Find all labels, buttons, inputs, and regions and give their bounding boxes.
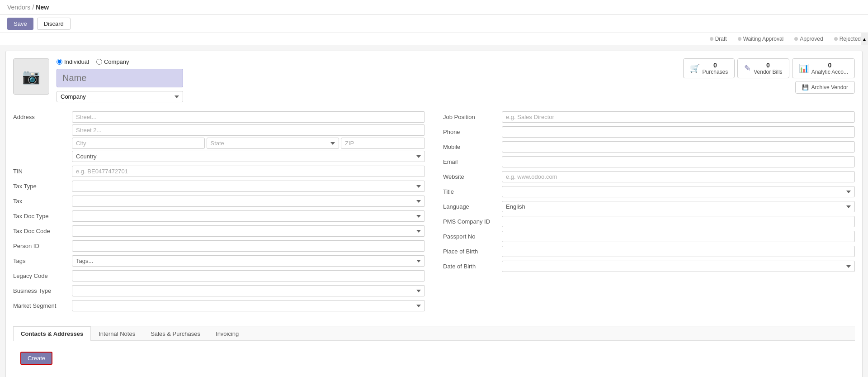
avatar[interactable]: 📷 bbox=[13, 58, 49, 95]
archive-icon: 💾 bbox=[802, 84, 809, 91]
country-select[interactable]: Country bbox=[72, 151, 425, 162]
tab-internal-notes[interactable]: Internal Notes bbox=[91, 326, 143, 341]
right-field-group-date_of_birth: Date of Birth bbox=[443, 261, 855, 272]
left-field-input-person_id[interactable] bbox=[72, 240, 425, 252]
radio-individual[interactable]: Individual bbox=[57, 58, 89, 65]
right-field-input-place_of_birth[interactable] bbox=[502, 246, 855, 257]
city-input[interactable] bbox=[72, 138, 205, 149]
radio-individual-label: Individual bbox=[64, 58, 89, 65]
left-field-group-tags: TagsTags... bbox=[13, 255, 425, 267]
address-group: Address State Country bbox=[13, 111, 425, 162]
right-field-group-passport_no: Passport No bbox=[443, 231, 855, 242]
name-input[interactable] bbox=[57, 69, 183, 87]
left-field-label-tags: Tags bbox=[13, 255, 72, 264]
right-fields-container: Job PositionPhoneMobileEmailWebsiteTitle… bbox=[443, 111, 855, 276]
analytic-icon: 📊 bbox=[799, 63, 809, 73]
tab-sales-purchases[interactable]: Sales & Purchases bbox=[143, 326, 208, 341]
radio-company[interactable]: Company bbox=[96, 58, 129, 65]
status-bar: Draft Waiting Approval Approved Rejected… bbox=[0, 33, 868, 45]
status-draft[interactable]: Draft bbox=[710, 36, 727, 42]
right-field-group-title: Title bbox=[443, 186, 855, 197]
left-field-input-tax_doc_type[interactable] bbox=[72, 210, 425, 222]
state-select[interactable]: State bbox=[207, 138, 340, 149]
purchases-info: 0 Purchases bbox=[703, 62, 728, 75]
left-field-label-person_id: Person ID bbox=[13, 240, 72, 249]
right-field-label-phone: Phone bbox=[443, 126, 502, 135]
type-radio-group: Individual Company bbox=[57, 58, 183, 65]
address-inputs: State Country bbox=[72, 111, 425, 162]
left-field-label-tax_doc_code: Tax Doc Code bbox=[13, 225, 72, 234]
save-button[interactable]: Save bbox=[7, 18, 33, 30]
vendor-bills-button[interactable]: ✎ 0 Vendor Bills bbox=[737, 58, 789, 78]
zip-input[interactable] bbox=[341, 138, 425, 149]
breadcrumb-current: New bbox=[36, 4, 49, 11]
left-field-input-market_segment[interactable] bbox=[72, 300, 425, 311]
left-field-label-tax: Tax bbox=[13, 196, 72, 205]
right-field-group-website: Website bbox=[443, 171, 855, 182]
left-field-input-tax_type[interactable] bbox=[72, 181, 425, 192]
breadcrumb-parent[interactable]: Vendors bbox=[7, 4, 30, 11]
status-dot-draft bbox=[710, 37, 713, 41]
right-field-input-passport_no[interactable] bbox=[502, 231, 855, 242]
right-field-label-job_position: Job Position bbox=[443, 111, 502, 120]
tab-invoicing[interactable]: Invoicing bbox=[208, 326, 246, 341]
left-field-label-business_type: Business Type bbox=[13, 285, 72, 294]
left-field-label-tax_type: Tax Type bbox=[13, 181, 72, 190]
right-field-label-passport_no: Passport No bbox=[443, 231, 502, 240]
archive-label: Archive Vendor bbox=[811, 84, 848, 91]
left-field-input-tax[interactable] bbox=[72, 196, 425, 207]
company-select[interactable]: Company bbox=[57, 91, 183, 102]
status-waiting[interactable]: Waiting Approval bbox=[738, 36, 784, 42]
left-field-group-tax_doc_type: Tax Doc Type bbox=[13, 210, 425, 222]
right-field-input-date_of_birth[interactable] bbox=[502, 261, 855, 272]
left-field-label-tin: TIN bbox=[13, 166, 72, 175]
tab-contacts-addresses[interactable]: Contacts & Addresses bbox=[13, 326, 91, 341]
analytic-label: Analytic Acco... bbox=[811, 69, 848, 75]
tab-content: Create bbox=[13, 341, 855, 376]
right-field-input-website[interactable] bbox=[502, 171, 855, 182]
status-scroll-button[interactable]: ▲ bbox=[861, 33, 868, 45]
status-rejected[interactable]: Rejected bbox=[834, 36, 861, 42]
purchases-button[interactable]: 🛒 0 Purchases bbox=[683, 58, 735, 78]
left-fields-container: TINTax TypeTaxTax Doc TypeTax Doc CodePe… bbox=[13, 166, 425, 315]
right-field-label-title: Title bbox=[443, 186, 502, 195]
right-field-input-job_position[interactable] bbox=[502, 111, 855, 123]
right-field-input-phone[interactable] bbox=[502, 126, 855, 138]
right-field-input-title[interactable] bbox=[502, 186, 855, 197]
identity-section: 📷 Individual Company Company bbox=[13, 58, 183, 102]
city-state-zip-row: State bbox=[72, 138, 425, 149]
left-field-label-legacy_code: Legacy Code bbox=[13, 270, 72, 279]
left-field-input-tin[interactable] bbox=[72, 166, 425, 177]
left-field-input-tags[interactable]: Tags... bbox=[72, 255, 425, 267]
right-field-input-language[interactable]: English bbox=[502, 201, 855, 212]
street2-input[interactable] bbox=[72, 124, 425, 136]
left-field-label-tax_doc_type: Tax Doc Type bbox=[13, 210, 72, 220]
left-field-group-market_segment: Market Segment bbox=[13, 300, 425, 311]
action-bar: Save Discard bbox=[0, 15, 868, 33]
status-approved[interactable]: Approved bbox=[794, 36, 823, 42]
right-field-group-place_of_birth: Place of Birth bbox=[443, 246, 855, 257]
right-field-input-pms_company_id[interactable] bbox=[502, 216, 855, 227]
discard-button[interactable]: Discard bbox=[37, 18, 71, 30]
smart-btn-row-2: 💾 Archive Vendor bbox=[795, 81, 855, 94]
right-field-input-mobile[interactable] bbox=[502, 141, 855, 153]
create-button[interactable]: Create bbox=[20, 352, 52, 365]
radio-company-input[interactable] bbox=[96, 59, 102, 65]
left-field-input-business_type[interactable] bbox=[72, 285, 425, 296]
analytic-count: 0 bbox=[811, 62, 848, 69]
right-field-label-place_of_birth: Place of Birth bbox=[443, 246, 502, 255]
archive-vendor-button[interactable]: 💾 Archive Vendor bbox=[795, 81, 855, 94]
right-field-input-email[interactable] bbox=[502, 156, 855, 167]
left-field-input-tax_doc_code[interactable] bbox=[72, 225, 425, 237]
right-field-label-pms_company_id: PMS Company ID bbox=[443, 216, 502, 225]
left-field-group-legacy_code: Legacy Code bbox=[13, 270, 425, 282]
street-input[interactable] bbox=[72, 111, 425, 123]
right-field-label-mobile: Mobile bbox=[443, 141, 502, 150]
right-field-group-email: Email bbox=[443, 156, 855, 167]
left-field-group-business_type: Business Type bbox=[13, 285, 425, 296]
left-field-input-legacy_code[interactable] bbox=[72, 270, 425, 282]
right-field-label-language: Language bbox=[443, 201, 502, 210]
radio-individual-input[interactable] bbox=[57, 59, 62, 65]
analytic-button[interactable]: 📊 0 Analytic Acco... bbox=[792, 58, 855, 78]
right-field-group-job_position: Job Position bbox=[443, 111, 855, 123]
